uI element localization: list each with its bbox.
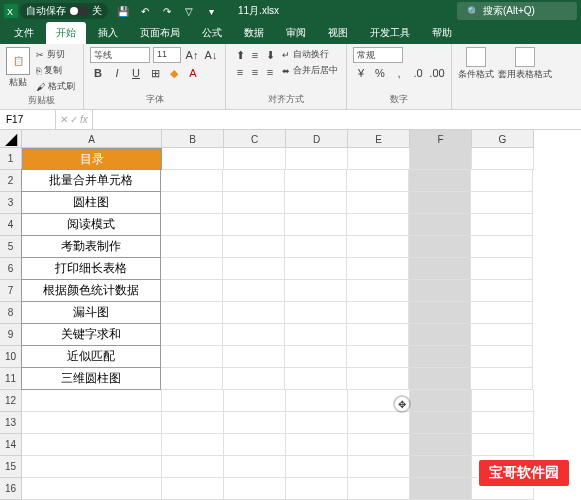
name-box[interactable]: F17 (0, 110, 56, 129)
cell[interactable] (347, 280, 409, 302)
underline-button[interactable]: U (128, 65, 144, 81)
cell[interactable] (224, 478, 286, 500)
cell[interactable] (347, 324, 409, 346)
cell[interactable] (409, 324, 471, 346)
save-icon[interactable]: 💾 (116, 4, 130, 18)
cell[interactable] (285, 368, 347, 390)
cell[interactable] (286, 390, 348, 412)
cell[interactable] (161, 236, 223, 258)
tab-layout[interactable]: 页面布局 (130, 22, 190, 44)
cell[interactable] (471, 192, 533, 214)
cell[interactable] (348, 456, 410, 478)
cell[interactable] (347, 192, 409, 214)
search-box[interactable]: 🔍 搜索(Alt+Q) (457, 2, 577, 20)
cell-a10[interactable]: 近似匹配 (21, 345, 161, 368)
cell[interactable] (409, 258, 471, 280)
cell-a8[interactable]: 漏斗图 (21, 301, 161, 324)
bold-button[interactable]: B (90, 65, 106, 81)
cell[interactable] (347, 258, 409, 280)
cell[interactable] (223, 346, 285, 368)
tab-data[interactable]: 数据 (234, 22, 274, 44)
row-header[interactable]: 15 (0, 456, 22, 478)
cell-a11[interactable]: 三维圆柱图 (21, 367, 161, 390)
font-name-select[interactable]: 等线 (90, 47, 150, 63)
cell[interactable] (285, 302, 347, 324)
align-center-icon[interactable]: ≡ (247, 64, 263, 80)
decrease-font-icon[interactable]: A↓ (203, 47, 219, 63)
row-header[interactable]: 4 (0, 214, 22, 236)
row-header[interactable]: 2 (0, 170, 22, 192)
align-middle-icon[interactable]: ≡ (247, 47, 263, 63)
cell[interactable] (285, 236, 347, 258)
cell[interactable] (471, 214, 533, 236)
cell[interactable] (410, 148, 472, 170)
fill-color-button[interactable]: ◆ (166, 65, 182, 81)
cell[interactable] (22, 390, 162, 412)
tab-view[interactable]: 视图 (318, 22, 358, 44)
cell[interactable] (162, 390, 224, 412)
cell[interactable] (224, 434, 286, 456)
row-header[interactable]: 11 (0, 368, 22, 390)
cell[interactable] (285, 280, 347, 302)
align-left-icon[interactable]: ≡ (232, 64, 248, 80)
cell[interactable] (223, 192, 285, 214)
copy-button[interactable]: ⎘复制 (34, 63, 77, 78)
tab-dev[interactable]: 开发工具 (360, 22, 420, 44)
cell[interactable] (347, 236, 409, 258)
number-format-select[interactable]: 常规 (353, 47, 403, 63)
cell[interactable] (410, 456, 472, 478)
cell-a3[interactable]: 圆柱图 (21, 191, 161, 214)
cell[interactable] (285, 346, 347, 368)
row-header[interactable]: 13 (0, 412, 22, 434)
tab-insert[interactable]: 插入 (88, 22, 128, 44)
cell[interactable] (22, 456, 162, 478)
cell[interactable] (471, 280, 533, 302)
border-button[interactable]: ⊞ (147, 65, 163, 81)
cell[interactable] (347, 368, 409, 390)
row-header[interactable]: 1 (0, 148, 22, 170)
cell[interactable] (161, 214, 223, 236)
cell[interactable] (286, 456, 348, 478)
cell[interactable] (161, 170, 223, 192)
row-header[interactable]: 10 (0, 346, 22, 368)
redo-icon[interactable]: ↷ (160, 4, 174, 18)
cell[interactable] (162, 434, 224, 456)
cell[interactable] (471, 170, 533, 192)
cell[interactable] (409, 170, 471, 192)
align-top-icon[interactable]: ⬆ (232, 47, 248, 63)
enter-icon[interactable]: ✓ (70, 114, 78, 125)
cell[interactable] (224, 412, 286, 434)
cell[interactable] (347, 346, 409, 368)
cell-a4[interactable]: 阅读模式 (21, 213, 161, 236)
row-header[interactable]: 8 (0, 302, 22, 324)
cell[interactable] (409, 236, 471, 258)
cell[interactable] (347, 214, 409, 236)
cell[interactable] (409, 302, 471, 324)
cell[interactable] (285, 170, 347, 192)
cell[interactable] (348, 434, 410, 456)
cell[interactable] (161, 192, 223, 214)
cell[interactable] (471, 346, 533, 368)
align-bottom-icon[interactable]: ⬇ (262, 47, 278, 63)
cell[interactable] (410, 434, 472, 456)
font-size-select[interactable]: 11 (153, 47, 181, 63)
cell-a2[interactable]: 批量合并单元格 (21, 169, 161, 192)
cancel-icon[interactable]: ✕ (60, 114, 68, 125)
cell[interactable] (223, 280, 285, 302)
cell[interactable] (161, 280, 223, 302)
currency-icon[interactable]: ¥ (353, 65, 369, 81)
cell[interactable] (347, 170, 409, 192)
cell[interactable] (223, 324, 285, 346)
cell[interactable] (223, 236, 285, 258)
cell[interactable] (22, 478, 162, 500)
align-right-icon[interactable]: ≡ (262, 64, 278, 80)
decrease-decimal-icon[interactable]: .00 (429, 65, 445, 81)
row-header[interactable]: 16 (0, 478, 22, 500)
tab-help[interactable]: 帮助 (422, 22, 462, 44)
cell[interactable] (286, 412, 348, 434)
tab-file[interactable]: 文件 (4, 22, 44, 44)
cell[interactable] (348, 478, 410, 500)
merge-center-button[interactable]: ⬌合并后居中 (280, 63, 340, 78)
row-header[interactable]: 14 (0, 434, 22, 456)
row-header[interactable]: 7 (0, 280, 22, 302)
